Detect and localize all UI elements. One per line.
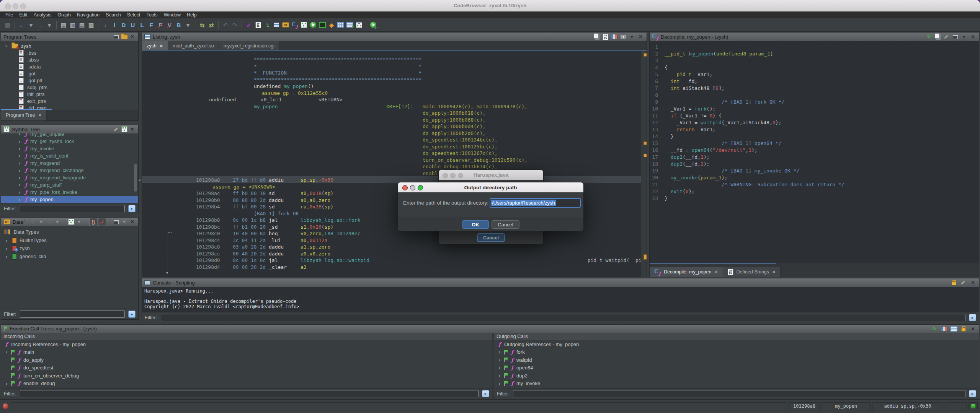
menu-help[interactable]: Help [184, 12, 200, 18]
refresh-icon[interactable]: ↻ [931, 325, 938, 332]
window-icon[interactable] [113, 33, 120, 41]
copy-view-icon[interactable] [593, 33, 600, 41]
call-tree-root[interactable]: ƒOutgoing References - my_popen [494, 341, 979, 348]
overview-marker[interactable] [644, 53, 647, 57]
listing-line[interactable]: do_speedtest:1001267c(c), [142, 150, 641, 157]
symbol-tree-filter-input[interactable] [20, 205, 125, 212]
symbol-tree-item[interactable]: ›ƒmy_get_tmpfile [1, 133, 138, 138]
tab-defined-strings[interactable]: Defined Strings✕ [723, 267, 781, 277]
bytes-table-icon[interactable] [336, 20, 345, 29]
export-table-icon[interactable] [345, 20, 354, 29]
close-dialog-icon[interactable] [402, 185, 408, 190]
expander-icon[interactable]: › [4, 349, 9, 355]
refresh-icon[interactable]: ↻ [925, 33, 933, 41]
conflict-mode-icon[interactable] [67, 218, 75, 226]
symbol-tree-item[interactable]: ›ƒmy_get_zyshd_lock [1, 138, 138, 145]
listing-line[interactable]: enable_debug:1013b634(c), [142, 164, 641, 170]
data-type-manager-icon[interactable] [281, 20, 290, 29]
call-tree-root[interactable]: ƒIncoming References - my_popen [1, 341, 492, 348]
listing-line[interactable]: do_speedtest:100124bc(c), [142, 137, 641, 143]
decompile-line[interactable]: /* [BAD 1] fork OK */ [665, 99, 784, 105]
run-script-icon[interactable] [309, 20, 318, 29]
program-tree-section[interactable]: init_ptrs [1, 91, 138, 98]
listing-line[interactable]: 101298cc00 40 20 2ddaddua0,v0,zero [142, 251, 641, 257]
call-tree-item[interactable]: ›ƒenable_debug [1, 380, 492, 387]
tab-decompile-my-popen[interactable]: Decompile: my_popen✕ [650, 267, 723, 277]
symbol-tree-item[interactable]: ›ƒmy_invoke [1, 145, 138, 152]
listing-line[interactable]: do_apply:1000b018(c), [142, 110, 641, 117]
expander-icon[interactable]: › [17, 160, 22, 166]
export-icon[interactable] [952, 33, 959, 41]
expander-icon[interactable]: › [17, 175, 22, 180]
program-tree-section[interactable]: .sdata [1, 63, 138, 70]
decompile-line[interactable]: _Var1 = waitpid(_Var1,aiStack48,0); [665, 120, 781, 126]
listing-line[interactable]: enable [142, 171, 641, 177]
symbol-tree-item[interactable]: ›ƒmy_pipe_fork_invoke [1, 189, 138, 196]
close-tab-icon[interactable]: ✕ [714, 270, 718, 275]
edit-icon[interactable] [943, 33, 950, 41]
save-icon[interactable]: ▦ [3, 20, 12, 29]
decompile-line[interactable]: if (_Var1 != 0) { [665, 113, 722, 119]
listing-line[interactable]: * * [142, 63, 641, 70]
undo-icon[interactable]: ↶ [221, 20, 230, 29]
disassemble-icon[interactable]: ↓ [101, 20, 110, 29]
haruspex-cancel-button[interactable]: Cancel [477, 233, 505, 242]
listing-line[interactable]: do_apply:1000b0d4(c), [142, 124, 641, 130]
menu-window[interactable]: Window [161, 12, 184, 18]
call-tree-item[interactable]: ›ƒopen64 [494, 364, 979, 371]
call-tree-item[interactable]: ›ƒwaitpid [494, 356, 979, 364]
program-tree-section[interactable]: .sbss [1, 56, 138, 63]
tab-program-tree[interactable]: Program Tree ✕ [1, 110, 47, 120]
program-tree-section[interactable]: .bss [1, 49, 138, 57]
decompile-line[interactable]: int __fd; [665, 78, 697, 85]
listing-line[interactable]: 101298c43c 04 11 2a_luia0,0x112a [142, 237, 641, 244]
call-tree-item[interactable]: ›ƒdup2 [494, 372, 979, 379]
expander-icon[interactable]: › [4, 44, 10, 49]
expander-icon[interactable]: › [17, 138, 22, 144]
decompile-line[interactable]: int aiStack48 [6]; [665, 85, 725, 91]
swap-in-icon[interactable]: ⇆ [198, 20, 207, 29]
close-tab-icon[interactable]: ✕ [38, 113, 41, 118]
expander-icon[interactable]: › [17, 133, 22, 137]
expander-icon[interactable]: › [497, 357, 502, 363]
byte-view-icon[interactable] [602, 33, 609, 41]
patch-export-icon[interactable]: ▥ [87, 20, 96, 29]
filter-options-icon[interactable] [969, 390, 976, 397]
close-window-icon[interactable] [443, 173, 448, 178]
call-tree-item[interactable]: ›ƒmy_invoke [494, 380, 979, 387]
listing-line[interactable]: 101298d00c 00 1c 0cjallibzysh_log.so::wa… [142, 257, 641, 264]
call-tree-item[interactable]: ƒdo_speedtest [1, 364, 492, 371]
expander-icon[interactable]: › [17, 197, 22, 202]
conflict-caret-icon[interactable]: ▾ [75, 218, 83, 226]
listing-line[interactable]: undefined my_popen() [142, 83, 641, 90]
symbol-tree-item[interactable]: ›ƒmy_is_valid_conf [1, 152, 138, 159]
program-tree-section[interactable]: .rld_map [1, 104, 138, 109]
undefine-u-icon[interactable]: U [128, 20, 137, 29]
processor-manual-icon[interactable] [318, 20, 327, 29]
data-d-icon[interactable]: D [119, 20, 128, 29]
remove-variable-icon[interactable]: V [165, 20, 174, 29]
data-types-root[interactable]: Data Types [1, 228, 138, 236]
expander-icon[interactable]: › [4, 254, 9, 259]
menu-caret-icon[interactable]: ▾ [960, 33, 968, 41]
forward-caret-icon[interactable]: ▾ [45, 20, 54, 29]
listing-line[interactable]: ****************************************… [142, 77, 641, 83]
decompile-line[interactable]: { [665, 65, 668, 71]
symbol-tree-icon[interactable] [299, 20, 309, 29]
menu-analysis[interactable]: Analysis [31, 12, 55, 18]
validate-icon[interactable]: ✔ [244, 20, 253, 29]
import-file-icon[interactable]: ↴ [263, 20, 272, 29]
lock-icon[interactable] [960, 325, 967, 332]
decompile-line[interactable]: exit(0); [665, 189, 694, 195]
decompile-line[interactable]: __pid_t my_popen(undefined8 param_1) [665, 51, 773, 57]
copy-icon[interactable] [934, 33, 941, 41]
menu-select[interactable]: Select [124, 12, 144, 18]
listing-line[interactable]: do_apply:1000b068(c), [142, 117, 641, 124]
call-graph-icon[interactable] [354, 20, 364, 29]
scroll-lock-icon[interactable] [950, 279, 957, 286]
expander-icon[interactable]: › [4, 380, 9, 386]
listing-line[interactable]: do_speedtest:100125bc(c), [142, 144, 641, 150]
expander-icon[interactable]: › [497, 373, 502, 379]
patch-instruction-icon[interactable]: ▤ [59, 20, 68, 29]
diamond-icon[interactable]: ◆ [327, 20, 336, 29]
